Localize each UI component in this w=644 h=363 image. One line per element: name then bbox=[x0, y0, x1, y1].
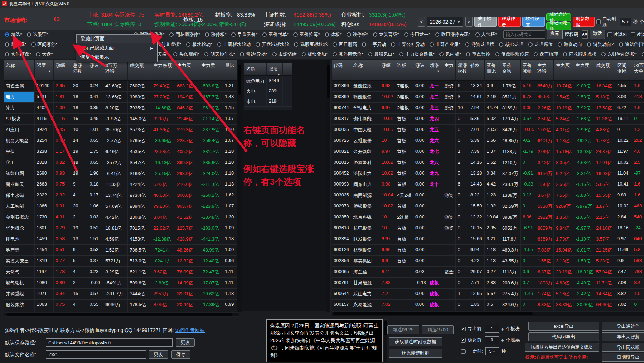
menu-item-restore-all[interactable]: 恢复全部显示 bbox=[76, 53, 157, 62]
tab-item[interactable]: 今日龙一* bbox=[403, 31, 432, 38]
table-row[interactable]: 机器人概念32540.40140.65-2.77亿5765亿-30.65亿228… bbox=[4, 135, 239, 146]
tab-item[interactable]: 板块叠加* bbox=[300, 50, 329, 58]
column-header[interactable]: 涨幅 bbox=[54, 60, 71, 80]
column-header[interactable]: 主力买 bbox=[175, 60, 199, 80]
table-row[interactable]: 华为概念16010.79190.5218.81亿7015亿22.62亿125.7… bbox=[4, 223, 239, 234]
change-name-button[interactable]: 更改 bbox=[149, 350, 168, 359]
table-row[interactable]: 商业航天26630.7590.1811.33亿4224亿5.03亿216.0亿-… bbox=[4, 179, 239, 190]
block-count-input[interactable]: 0 bbox=[485, 336, 499, 344]
table-row[interactable]: 电力54611.81180.4113.66亿1980亿27.20亿194.9亿-… bbox=[4, 92, 239, 103]
table-row[interactable]: 服装家纺10630.7540.559066万178.5亿3.05亿20.44亿-… bbox=[4, 300, 239, 310]
menu-item-hide-page[interactable]: 隐藏此页面 bbox=[76, 34, 157, 43]
export-dzh-button[interactable]: 导出大智慧 bbox=[602, 332, 644, 341]
excel-export-button[interactable]: excel导出 bbox=[528, 322, 599, 331]
scrollbar-thumb[interactable] bbox=[327, 65, 330, 98]
news-scrollbar[interactable] bbox=[384, 319, 387, 362]
table-row[interactable]: 002394联发股份9.97首板0.00015.663.21117.6万0636… bbox=[332, 234, 644, 245]
table-row[interactable]: 绿色电力3449 bbox=[244, 76, 292, 86]
column-header[interactable]: 主力 净额 bbox=[535, 60, 554, 80]
export-count-input[interactable]: 1 bbox=[485, 325, 499, 333]
table-row[interactable]: 化工28180.82180.65-3572万3547亿-16.13亿369.8亿… bbox=[4, 157, 239, 168]
tab-item[interactable]: 重点监控 bbox=[464, 50, 492, 58]
tab-item[interactable]: 昨日涨停表现* bbox=[434, 31, 472, 38]
tab-item[interactable]: 炸板* bbox=[323, 31, 343, 38]
stock-table-vscrollbar[interactable] bbox=[326, 60, 331, 312]
minimize-button[interactable]: — bbox=[632, 1, 636, 6]
column-header[interactable]: 名称 bbox=[244, 63, 267, 75]
column-header[interactable]: 主力买 bbox=[554, 60, 573, 80]
tab-item[interactable]: 龙头晋级* bbox=[372, 31, 401, 38]
tab-item[interactable]: 区间涨停* bbox=[30, 41, 59, 48]
interval-select[interactable]: 5▼ bbox=[620, 18, 631, 26]
export-count-checkbox[interactable] bbox=[461, 327, 466, 331]
refresh-button[interactable]: 刷新数据 bbox=[573, 17, 595, 27]
scrollbar-thumb[interactable] bbox=[333, 312, 533, 315]
timer-select[interactable]: 5 ▼ bbox=[485, 347, 499, 355]
column-header[interactable]: 成交额 bbox=[128, 60, 151, 80]
table-row[interactable]: 燃气轮机10800.802-0.00-5491万509.6亿-2.89亿14.9… bbox=[4, 278, 239, 289]
column-header[interactable]: 主力净额 bbox=[151, 60, 175, 80]
column-header[interactable]: >3百 大单 bbox=[632, 60, 644, 80]
tab-item[interactable]: 游资动向2 bbox=[585, 41, 615, 48]
tab-item[interactable]: 东财智能选股* bbox=[600, 50, 638, 58]
activate-button[interactable]: 激活 bbox=[590, 30, 605, 39]
save-path-input[interactable]: C:/Users/14499/Desktop/v45.0 bbox=[46, 338, 173, 347]
table-row[interactable]: 人工智能18660.91201.0657.09亿9894亿79.80亿903.7… bbox=[4, 201, 239, 212]
tab-item[interactable]: 通达信扫雷宝 bbox=[618, 41, 644, 48]
tab-item[interactable]: 板块轮动* bbox=[185, 41, 214, 48]
table-row[interactable]: 火电289 bbox=[244, 86, 292, 96]
table-row[interactable]: 金刚石概念17304.3120.034.42亿130.8亿3.04亿41.52亿… bbox=[4, 212, 239, 223]
table-row[interactable]: 水电218 bbox=[244, 96, 292, 107]
column-header[interactable]: 连板 bbox=[395, 60, 413, 80]
table-row[interactable]: 003035南网能源10.044天2板0.00游资08.221.231388万0… bbox=[332, 190, 644, 201]
select-0925-button[interactable]: 精选09:25 bbox=[387, 325, 419, 334]
table-row[interactable]: 稀土永磁23222.3240.1713.74亿973.4亿40.63亿300.8… bbox=[4, 190, 239, 201]
tab-item[interactable]: 同花顺龙虎榜 bbox=[561, 50, 598, 58]
tab-item[interactable]: 百日新高 bbox=[331, 41, 358, 48]
tab-item[interactable]: 实时盯盘* bbox=[4, 50, 32, 58]
export-date-range-button[interactable]: 日期段导出 bbox=[602, 353, 644, 362]
table-row[interactable]: 603618杭电股份10首板0.00游资018.152.356052万-6.91… bbox=[332, 223, 644, 234]
column-header[interactable]: 强度▼ bbox=[35, 60, 54, 80]
tab-item[interactable]: 同花顺涨停* bbox=[168, 31, 201, 38]
column-header[interactable]: 涨速 bbox=[87, 60, 103, 80]
contact-author-button[interactable]: 联系作者 bbox=[498, 17, 521, 27]
tab-item[interactable]: 一字异动 bbox=[360, 41, 388, 48]
tab-item[interactable]: 复盘啦涨停原 bbox=[494, 50, 530, 58]
column-header[interactable]: 区间 涨幅 bbox=[615, 60, 632, 80]
settings-button[interactable]: 软件设置 bbox=[522, 17, 545, 27]
scrollbar-thumb[interactable] bbox=[7, 313, 232, 316]
table-row[interactable]: 实控人变更13190.7750.375721万513.0亿-824.1万12.3… bbox=[4, 256, 239, 267]
tab-item[interactable]: 头条新闻* bbox=[172, 50, 201, 58]
column-header[interactable]: 领涨 次数 bbox=[456, 60, 468, 80]
auto-refresh-checkbox[interactable] bbox=[596, 19, 601, 24]
tab-item[interactable]: 盘面梳理 bbox=[532, 50, 559, 58]
table-row[interactable]: 智能电网26900.93191.96-6.41亿3163亿-25.15亿298.… bbox=[4, 168, 239, 179]
filter-checkbox-item[interactable]: 过滤科创 bbox=[631, 31, 644, 38]
column-header[interactable]: 涨幅 bbox=[379, 60, 395, 80]
column-header[interactable]: 竞价 金额 bbox=[500, 60, 521, 80]
table-row[interactable]: 300317珈伟新能19.91首板0.00龙四05.365.02170.4万0.… bbox=[332, 114, 644, 125]
table-row[interactable]: 600452涪陵电力10.02首板0.00龙九013.280.3487.07万-… bbox=[332, 168, 644, 179]
tab-item[interactable]: 早盘竞价* bbox=[230, 31, 259, 38]
tab-item[interactable]: 雷达\异动* bbox=[238, 50, 269, 58]
table-row[interactable]: 001896豫能控股9.987连板0.00龙一游资613.340.91.76亿5… bbox=[332, 81, 644, 92]
column-header[interactable]: 价格 bbox=[468, 60, 485, 80]
table-row[interactable]: 000993闽东电力9.98首板0.00龙十614.434.42238.1万-0… bbox=[332, 179, 644, 190]
spinner-icon[interactable]: ◆ bbox=[501, 327, 504, 331]
tab-item[interactable]: 游资龙虎榜 bbox=[464, 41, 496, 48]
tab-item[interactable]: 同花顺问财选 bbox=[640, 50, 644, 58]
column-header[interactable]: 主力卖 bbox=[573, 60, 594, 80]
file-name-input[interactable]: ZXG bbox=[46, 350, 146, 359]
scrollbar-thumb[interactable] bbox=[384, 321, 387, 335]
column-header[interactable]: 竞价 量比 bbox=[485, 60, 500, 80]
table-row[interactable]: AI应用39241.45101.0135.70亿3573亿41.36亿279.3… bbox=[4, 125, 239, 135]
column-header[interactable]: 3百万 净额 bbox=[103, 60, 128, 80]
table-row[interactable]: 300065海兰信8.110.03基金029.070.271113万0.66.3… bbox=[332, 267, 644, 278]
table-row[interactable]: 锂电池14590.58131.514.59亿4153亿-12.38亿428.9亿… bbox=[4, 234, 239, 245]
tab-item[interactable]: 涨停板* bbox=[203, 31, 228, 38]
block-count-checkbox[interactable] bbox=[461, 338, 466, 343]
sector-table-vscrollbar[interactable] bbox=[237, 60, 242, 312]
tab-item[interactable]: 核心龙虎 bbox=[498, 41, 525, 48]
column-header[interactable]: 主力 bbox=[442, 60, 456, 80]
